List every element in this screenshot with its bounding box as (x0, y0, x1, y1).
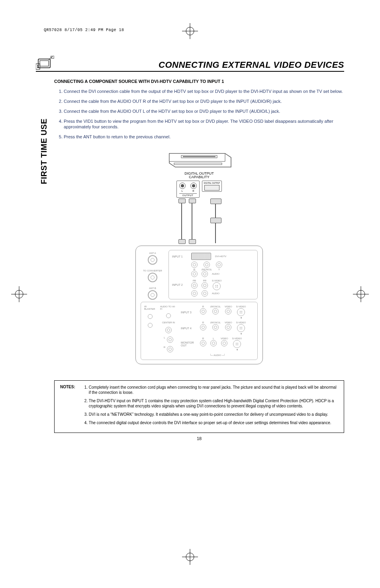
dvi-cable-icon (213, 199, 218, 243)
digital-output-group: DIGITAL OUTPUT (202, 181, 222, 192)
port-label: R (202, 337, 204, 340)
port-label: R (202, 305, 204, 308)
spine-info: QR57028 8/17/05 2:49 PM Page 18 (44, 28, 124, 32)
content: CONNECTING A COMPONENT SOURCE WITH DVI-H… (54, 79, 344, 441)
step-item: Connect the cable from the AUDIO OUT R o… (64, 98, 344, 104)
port-label: VIDEO (225, 305, 232, 308)
mini-port-icon (166, 313, 171, 318)
caption-line: CAPABILITY (189, 175, 209, 179)
jack-label: R (190, 190, 197, 192)
port-label: AUDIO TO HI-FI (160, 305, 177, 310)
rca-port-icon (191, 262, 198, 268)
svg-rect-14 (36, 64, 40, 69)
rca-port-icon (202, 271, 208, 277)
rca-port-icon (204, 262, 210, 268)
rca-port-icon (202, 290, 208, 297)
registration-mark-icon (182, 23, 198, 39)
source-device-icon (165, 150, 233, 170)
header: CONNECTING EXTERNAL VIDEO DEVICES (36, 56, 344, 72)
tv-setup-icon (36, 56, 54, 70)
rca-port-icon (191, 271, 198, 277)
note-item: The connected digital output device cont… (89, 420, 338, 425)
page: QR57028 8/17/05 2:49 PM Page 18 CONNECTI… (0, 0, 380, 588)
input-label: INPUT 1 (172, 255, 187, 258)
input1-block: INPUT 1 DVI-HDTV R (MONO)L Y (168, 250, 258, 299)
port-label: (MONO)L (210, 321, 221, 324)
rca-port-icon (191, 290, 198, 297)
audio-cable-icon (190, 199, 194, 243)
port-label: ANT A (149, 252, 156, 254)
rca-port-icon (225, 324, 231, 330)
rca-port-icon (167, 336, 173, 343)
svg-rect-21 (183, 156, 215, 157)
rca-port-icon (202, 282, 208, 289)
port-label: S-VIDEO (236, 305, 246, 308)
svg-marker-19 (169, 153, 225, 161)
rca-port-icon (225, 308, 231, 315)
jack-label: L (179, 190, 186, 192)
port-label: S-VIDEO (236, 321, 246, 324)
svideo-port-icon (237, 308, 245, 316)
note-item: DVI is not a “NETWORK” technology. It es… (89, 412, 338, 417)
rca-port-icon (167, 346, 173, 352)
digital-output-label: DIGITAL OUTPUT (204, 182, 220, 184)
rca-port-icon (165, 327, 172, 333)
audio-output-group: L R OUTPUT (176, 181, 200, 198)
port-label: IR BLASTER (144, 305, 156, 310)
coax-port-icon (148, 255, 157, 265)
svideo-port-icon (237, 324, 245, 332)
svg-point-16 (37, 67, 39, 68)
svideo-port-icon (213, 282, 221, 290)
audio-cable-icon (180, 199, 183, 243)
page-title: CONNECTING EXTERNAL VIDEO DEVICES (159, 60, 344, 70)
port-label: PB (193, 279, 196, 282)
device-output-panel: L R OUTPUT DIGITAL OUTPUT (159, 181, 239, 198)
sub-heading: CONNECTING A COMPONENT SOURCE WITH DVI-H… (54, 79, 344, 84)
port-label: TO CONVERTER (143, 269, 162, 272)
cable-run (135, 199, 263, 243)
input-label: INPUT 4 (181, 327, 196, 330)
port-label: R (164, 346, 165, 352)
port-label: S-VIDEO (212, 279, 222, 282)
port-label: DVI-HDTV (215, 255, 226, 258)
port-label: S-VIDEO (232, 337, 242, 340)
port-label: L (164, 336, 165, 343)
notes-heading: NOTES: (60, 385, 75, 429)
svg-point-15 (37, 65, 39, 67)
port-label: VIDEO (221, 337, 228, 340)
port-label: R (202, 321, 204, 324)
tv-rear-panel: ANT A TO CONVERTER ANT B INPUT 1 (135, 246, 263, 364)
rca-port-icon (200, 324, 206, 330)
port-label: ANT B (149, 287, 156, 289)
audio-jack-r-icon (190, 183, 197, 189)
page-number: 18 (54, 436, 344, 441)
device-caption: DIGITAL OUTPUT CAPABILITY (135, 172, 263, 179)
registration-mark-icon (11, 286, 27, 302)
rca-port-icon (200, 308, 206, 315)
step-item: Connect the cable from the AUDIO OUT L o… (64, 108, 344, 114)
notes-list: Completely insert the connection cord pl… (81, 385, 338, 429)
rca-port-icon (212, 324, 219, 330)
ir-port-icon (148, 323, 153, 328)
audio-footer-label: └─ AUDIO ─┘ (181, 354, 254, 356)
port-label: AUDIO (212, 273, 219, 275)
rca-port-icon (191, 282, 198, 289)
ir-port-icon (148, 314, 153, 319)
step-item: Press the ANT button to return to the pr… (64, 134, 344, 140)
input-label: INPUT 2 (172, 283, 187, 286)
coax-port-icon (148, 273, 157, 282)
port-label: VIDEO (225, 321, 232, 324)
lower-panel-block: IR BLASTER AUDIO TO HI-FI CENTER IN L R (141, 302, 258, 360)
port-label: AUDIO (212, 292, 219, 295)
svg-rect-13 (40, 61, 49, 66)
steps-list: Connect the DVI connection cable from th… (54, 88, 344, 140)
audio-jack-l-icon (179, 183, 186, 189)
svideo-port-icon (233, 340, 241, 348)
rca-port-icon (210, 340, 217, 346)
step-item: Connect the DVI connection cable from th… (64, 88, 344, 94)
output-label: OUTPUT (179, 193, 197, 197)
note-item: The DVI-HDTV input on INPUT 1 contains t… (89, 398, 338, 409)
connection-diagram: DIGITAL OUTPUT CAPABILITY L R OUTPUT DIG… (54, 150, 344, 364)
dvi-port-icon (191, 253, 211, 260)
section-tab: FIRST TIME USE (38, 112, 49, 191)
